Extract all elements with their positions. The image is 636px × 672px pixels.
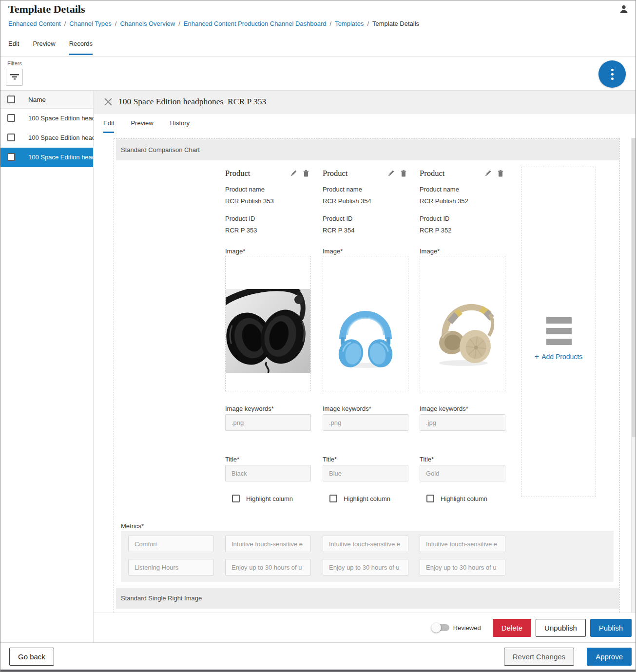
delete-button[interactable]: Delete: [493, 619, 531, 637]
record-action-bar: Reviewed Delete Unpublish Publish: [94, 613, 636, 642]
metric-input[interactable]: [420, 559, 505, 576]
image-keywords-label: Image keywords*: [225, 405, 274, 412]
record-row-name: 100 Space Edition head: [28, 115, 94, 122]
edit-product-icon[interactable]: [387, 170, 395, 177]
product-name-label: Product name: [323, 186, 362, 193]
record-detail-tabs: Edit Preview History: [103, 119, 190, 133]
add-products-label: Add Products: [541, 353, 582, 361]
record-row-checkbox[interactable]: [7, 114, 15, 122]
highlight-column-label: Highlight column: [344, 495, 390, 502]
record-tab-preview[interactable]: Preview: [131, 119, 153, 133]
record-row-checkbox[interactable]: [7, 153, 15, 161]
select-all-checkbox[interactable]: [7, 96, 15, 103]
product-id-value: RCR P 353: [225, 227, 257, 234]
metric-input[interactable]: [225, 559, 311, 576]
metric-input[interactable]: [128, 536, 214, 552]
record-row[interactable]: 100 Space Edition head: [0, 109, 93, 128]
black-headphones-image: [226, 289, 310, 373]
section-header-comparison-chart[interactable]: Standard Comparison Chart: [116, 139, 619, 160]
detail-scrollbar[interactable]: [631, 138, 636, 613]
highlight-column-checkbox[interactable]: [329, 495, 337, 502]
revert-changes-button[interactable]: Revert Changes: [504, 648, 574, 666]
record-row-name: 100 Space Edition head: [28, 134, 94, 141]
records-list: Name 100 Space Edition head 100 Space Ed…: [0, 91, 94, 642]
product-column-3: Product Product name RCR Publish 352 Pro…: [420, 167, 505, 518]
image-keywords-input[interactable]: [225, 414, 311, 431]
reviewed-toggle[interactable]: [432, 624, 449, 631]
product-id-label: Product ID: [323, 215, 352, 222]
image-keywords-label: Image keywords*: [420, 405, 468, 412]
breadcrumb-templates[interactable]: Templates: [335, 20, 364, 27]
tab-records[interactable]: Records: [69, 40, 93, 55]
approve-button[interactable]: Approve: [587, 648, 632, 666]
product-id-label: Product ID: [420, 215, 449, 222]
highlight-column-checkbox[interactable]: [426, 495, 434, 502]
add-products-dropzone[interactable]: +Add Products: [521, 167, 596, 497]
user-account-icon[interactable]: [619, 4, 629, 14]
metric-input[interactable]: [420, 536, 505, 552]
image-label: Image*: [420, 248, 440, 255]
more-actions-fab[interactable]: [598, 60, 626, 88]
go-back-button[interactable]: Go back: [9, 648, 54, 666]
product-column-2: Product Product name RCR Publish 354 Pro…: [323, 167, 408, 518]
image-upload-box[interactable]: [420, 256, 505, 391]
section-header-single-right-image[interactable]: Standard Single Right Image: [116, 588, 619, 609]
breadcrumb: Enhanced Content/Channel Types/Channels …: [8, 20, 419, 27]
record-row-checkbox[interactable]: [7, 134, 15, 141]
title-input[interactable]: [420, 465, 505, 481]
record-tab-edit[interactable]: Edit: [103, 119, 114, 133]
record-row-name: 100 Space Edition head: [28, 154, 94, 161]
metrics-panel: [121, 531, 614, 582]
record-title: 100 Space Edition headphones_RCR P 353: [118, 96, 266, 107]
gold-headphones-image: [428, 291, 497, 368]
product-id-value: RCR P 352: [420, 227, 452, 234]
record-tab-history[interactable]: History: [170, 119, 190, 133]
highlight-column-label: Highlight column: [246, 495, 293, 502]
publish-button[interactable]: Publish: [590, 619, 632, 637]
metric-input[interactable]: [323, 559, 408, 576]
image-upload-box[interactable]: [323, 256, 408, 391]
add-products-button[interactable]: +Add Products: [521, 352, 596, 361]
scrollbar-thumb[interactable]: [632, 138, 636, 437]
close-icon[interactable]: [104, 97, 113, 106]
record-row-selected[interactable]: 100 Space Edition head: [0, 148, 93, 167]
title-input[interactable]: [323, 465, 408, 481]
product-id-value: RCR P 354: [323, 227, 355, 234]
tab-edit[interactable]: Edit: [8, 40, 19, 55]
image-keywords-input[interactable]: [420, 414, 505, 431]
breadcrumb-enhanced-content[interactable]: Enhanced Content: [8, 20, 61, 27]
image-label: Image*: [225, 248, 245, 255]
title-input[interactable]: [225, 465, 311, 481]
image-keywords-input[interactable]: [323, 414, 408, 431]
breadcrumb-separator: /: [64, 20, 66, 27]
highlight-column-checkbox[interactable]: [232, 495, 240, 502]
page-footer: Go back Revert Changes Approve: [0, 642, 636, 670]
window-bottom-edge: [0, 670, 636, 672]
product-name-value: RCR Publish 352: [420, 197, 468, 205]
metric-input[interactable]: [323, 536, 408, 552]
metrics-label: Metrics*: [121, 522, 144, 530]
product-heading: Product: [225, 169, 250, 178]
filter-button[interactable]: [6, 69, 23, 86]
app-header: Template Details Enhanced Content/Channe…: [0, 0, 636, 57]
image-upload-box[interactable]: [225, 256, 311, 391]
tab-preview[interactable]: Preview: [33, 40, 55, 55]
metric-input[interactable]: [225, 536, 311, 552]
record-row[interactable]: 100 Space Edition head: [0, 128, 93, 148]
product-name-label: Product name: [420, 186, 459, 193]
edit-product-icon[interactable]: [484, 170, 492, 177]
breadcrumb-channels-overview[interactable]: Channels Overview: [120, 20, 175, 27]
delete-product-icon[interactable]: [400, 170, 407, 177]
delete-product-icon[interactable]: [302, 170, 310, 177]
breadcrumb-channel-types[interactable]: Channel Types: [69, 20, 112, 27]
metric-input[interactable]: [128, 559, 214, 576]
unpublish-button[interactable]: Unpublish: [536, 619, 586, 637]
product-heading: Product: [323, 169, 347, 178]
kebab-menu-icon: [611, 69, 614, 80]
edit-product-icon[interactable]: [289, 170, 297, 177]
delete-product-icon[interactable]: [497, 170, 504, 177]
title-label: Title*: [420, 456, 434, 463]
page-title: Template Details: [8, 3, 85, 16]
record-detail-panel: 100 Space Edition headphones_RCR P 353 E…: [94, 91, 636, 642]
breadcrumb-channel-dashboard[interactable]: Enhanced Content Production Channel Dash…: [184, 20, 327, 27]
